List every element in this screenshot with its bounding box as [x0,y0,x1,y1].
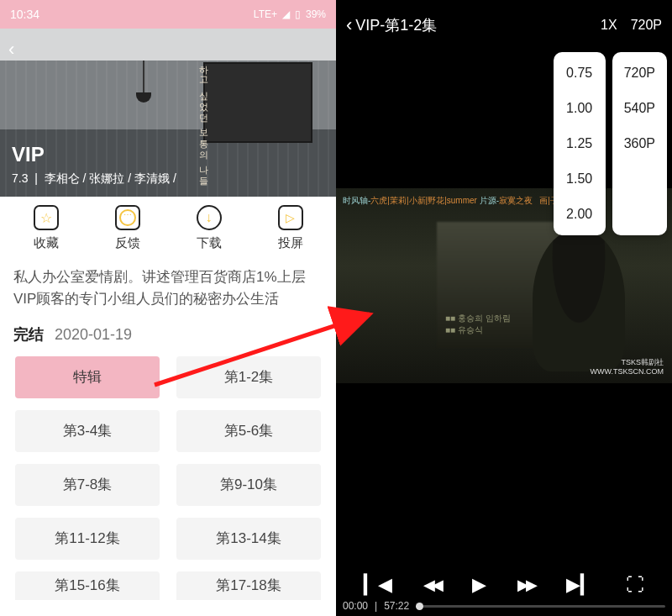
seek-bar[interactable] [416,605,665,608]
dropdown-menus: 0.751.001.251.502.00 720P540P360P [554,52,667,235]
hero-ceiling [0,29,336,61]
chevron-left-icon: ‹ [346,14,352,36]
video-caption: ■■ 홍승희 임하림 ■■ 유승식 [445,313,511,336]
hero-korean-text: 하고 싶었던 보통의 나들 [197,59,210,181]
hero-cast: 李相仑 / 张娜拉 / 李清娥 / [45,171,176,185]
episode-button[interactable]: 第9-10集 [176,464,321,506]
detail-pane: 10:34 LTE+ ◢ ▯ 39% ‹ 하고 싶었던 보통의 나들 VIP 7… [0,0,336,616]
star-icon [34,205,59,230]
speed-menu: 0.751.001.251.502.00 [554,52,606,235]
hero-title: VIP [12,143,45,166]
feedback-icon [115,205,140,230]
hero-banner: ‹ 하고 싶었던 보통의 나들 VIP 7.3 | 李相仑 / 张娜拉 / 李清… [0,29,336,197]
seek-handle[interactable] [416,603,423,610]
ov-c: 片源- [477,196,499,205]
time-sep: | [375,600,377,612]
favorite-button[interactable]: 收藏 [34,205,59,251]
rewind-button[interactable]: ◀◀ [423,576,440,594]
cast-button[interactable]: 投屏 [278,205,303,251]
episode-button[interactable]: 第5-6集 [176,410,321,452]
episode-button[interactable]: 第17-18集 [176,571,321,600]
quality-option[interactable]: 720P [612,55,667,91]
back-icon[interactable]: ‹ [8,39,14,61]
status-battery: 39% [306,8,326,20]
status-date: 2020-01-19 [55,326,132,343]
speed-option[interactable]: 1.00 [554,91,606,126]
play-button[interactable]: ▶ [472,574,486,596]
status-right: LTE+ ◢ ▯ 39% [254,8,326,20]
prev-button[interactable]: ▎◀ [364,574,392,596]
cast-label: 投屏 [278,235,303,251]
cast-icon [278,205,303,230]
status-bar: 10:34 LTE+ ◢ ▯ 39% [0,0,336,29]
hero-meta: 7.3 | 李相仑 / 张娜拉 / 李清娥 / [12,171,176,187]
status-row: 完结 2020-01-19 [0,316,336,356]
favorite-label: 收藏 [34,235,59,251]
quality-option[interactable]: 540P [612,91,667,126]
quality-menu: 720P540P360P [612,52,667,235]
hero-window [203,62,312,143]
watermark: TSKS韩剧社 WWW.TSKSCN.COM [591,358,664,376]
video-figure [533,229,625,371]
episode-button[interactable]: 第13-14集 [176,518,321,560]
episode-button[interactable]: 第15-16集 [15,571,160,600]
episode-button[interactable]: 第7-8集 [15,464,160,506]
quality-option[interactable]: 360P [612,126,667,161]
forward-button[interactable]: ▶▶ [517,576,534,594]
episode-grid: 特辑第1-2集第3-4集第5-6集第7-8集第9-10集第11-12集第13-1… [15,356,321,600]
speed-option[interactable]: 1.25 [554,126,606,161]
download-icon [197,205,222,230]
status-label: 完结 [13,326,44,343]
hero-lamp [143,61,144,94]
speed-toggle[interactable]: 1X [601,18,617,33]
ov-a: 时风轴- [343,196,370,205]
next-button[interactable]: ▶▎ [566,574,595,596]
player-controls: ▎◀ ◀◀ ▶ ▶▶ ▶▎ ⛶ [336,574,672,596]
cap-a: ■■ 홍승희 임하림 [445,313,511,324]
quality-toggle[interactable]: 720P [631,18,662,33]
signal-icon: ◢ [282,8,290,20]
time-current: 00:00 [343,600,368,612]
description: 私人办公室爱情剧。讲述管理百货商店1%上层VIP顾客的专门小组人员们的秘密办公生… [0,261,336,316]
episode-button[interactable]: 第11-12集 [15,518,160,560]
episode-button[interactable]: 特辑 [15,356,160,398]
speed-option[interactable]: 1.50 [554,161,606,197]
progress-bar-row: 00:00 | 57:22 [336,596,672,616]
action-row: 收藏 反馈 下载 投屏 [0,197,336,261]
feedback-label: 反馈 [115,235,140,251]
video-credits-overlay: 时风轴-六虎|茉莉|小新|野花|summer 片源-寂寞之夜 画|子家 [343,195,567,207]
episode-area: 特辑第1-2集第3-4集第5-6集第7-8集第9-10集第11-12集第13-1… [0,356,336,616]
player-title: VIP-第1-2集 [355,15,437,35]
status-net: LTE+ [254,8,277,20]
status-time: 10:34 [10,8,39,21]
speed-option[interactable]: 0.75 [554,55,606,91]
ov-d: 寂寞之夜 [499,196,533,205]
download-button[interactable]: 下载 [197,205,222,251]
episode-button[interactable]: 第3-4集 [15,410,160,452]
wm-b: WWW.TSKSCN.COM [591,367,664,376]
battery-icon: ▯ [295,8,301,20]
hero-rating: 7.3 [12,171,28,185]
download-label: 下载 [197,235,222,251]
player-settings: 1X 720P [601,18,662,33]
feedback-button[interactable]: 反馈 [115,205,140,251]
episode-button[interactable]: 第1-2集 [176,356,321,398]
player-back-button[interactable]: ‹ VIP-第1-2集 [346,14,437,36]
wm-a: TSKS韩剧社 [591,358,664,367]
time-total: 57:22 [384,600,409,612]
ov-b: 六虎|茉莉|小新|野花|summer [370,196,477,205]
cap-b: ■■ 유승식 [445,324,511,336]
player-topbar: ‹ VIP-第1-2集 1X 720P [336,0,672,50]
speed-option[interactable]: 2.00 [554,197,606,232]
fullscreen-button[interactable]: ⛶ [626,574,644,596]
player-pane: ‹ VIP-第1-2集 1X 720P 0.751.001.251.502.00… [336,0,672,616]
